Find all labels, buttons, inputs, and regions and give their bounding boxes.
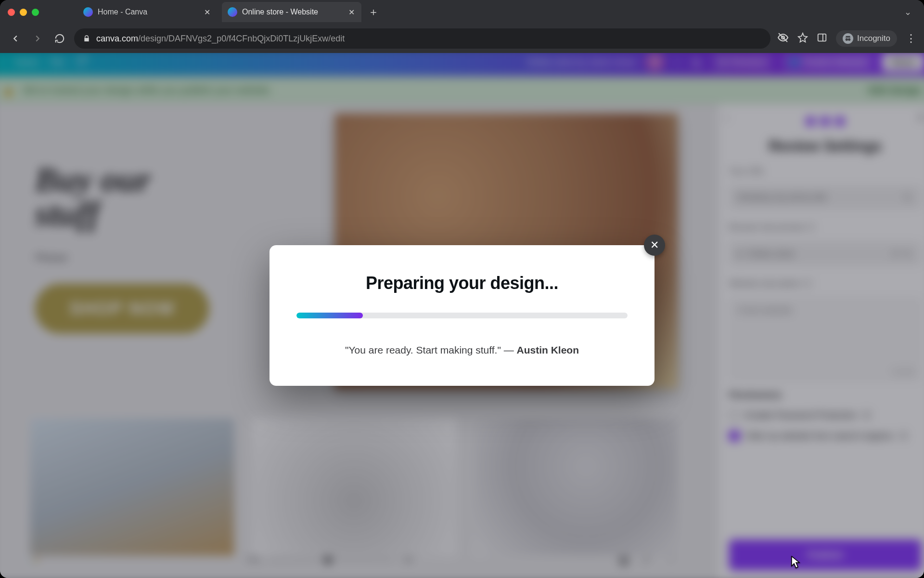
progress-fill <box>296 313 363 318</box>
star-icon[interactable] <box>797 32 808 45</box>
maximize-window-button[interactable] <box>32 9 39 16</box>
incognito-icon <box>843 33 853 44</box>
tabs-dropdown-icon[interactable]: ⌄ <box>904 7 911 17</box>
lock-icon <box>83 35 90 42</box>
browser-menu-button[interactable]: ⋮ <box>906 32 916 45</box>
browser-chrome: Home - Canva ✕ Online store - Website ✕ … <box>0 0 924 53</box>
modal-close-button[interactable]: ✕ <box>644 235 665 256</box>
reload-button[interactable] <box>52 31 67 46</box>
tab-online-store[interactable]: Online store - Website ✕ <box>222 2 361 22</box>
forward-button[interactable] <box>30 31 45 46</box>
preparing-design-modal: ✕ Preparing your design... "You are read… <box>270 245 654 386</box>
incognito-label: Incognito <box>857 34 890 43</box>
back-button[interactable] <box>8 31 23 46</box>
progress-bar <box>296 313 628 318</box>
tab-title: Online store - Website <box>242 8 342 16</box>
eye-off-icon[interactable] <box>777 32 789 45</box>
svg-rect-1 <box>818 34 826 41</box>
canva-favicon-icon <box>228 7 237 17</box>
minimize-window-button[interactable] <box>20 9 27 16</box>
page-viewport: ‹ Home File Online store by Janet Jones … <box>0 53 924 578</box>
tab-close-button[interactable]: ✕ <box>203 8 211 16</box>
incognito-badge[interactable]: Incognito <box>836 30 897 47</box>
svg-point-2 <box>846 38 848 40</box>
new-tab-button[interactable]: ＋ <box>366 5 381 19</box>
modal-title: Preparing your design... <box>296 273 628 293</box>
modal-overlay: ✕ Preparing your design... "You are read… <box>0 53 924 578</box>
tab-close-button[interactable]: ✕ <box>347 8 356 16</box>
svg-point-3 <box>848 38 850 40</box>
panel-icon[interactable] <box>817 32 827 45</box>
url-text: canva.com/design/DAFNVgs2_p0/f4CFnbQjxDi… <box>96 34 345 44</box>
address-bar-row: canva.com/design/DAFNVgs2_p0/f4CFnbQjxDi… <box>0 24 924 53</box>
tab-home-canva[interactable]: Home - Canva ✕ <box>77 2 217 22</box>
window-controls <box>8 9 39 16</box>
close-window-button[interactable] <box>8 9 15 16</box>
tab-bar: Home - Canva ✕ Online store - Website ✕ … <box>0 0 924 24</box>
modal-quote: "You are ready. Start making stuff." — A… <box>296 344 628 356</box>
canva-favicon-icon <box>83 7 93 17</box>
address-bar[interactable]: canva.com/design/DAFNVgs2_p0/f4CFnbQjxDi… <box>74 28 770 49</box>
tab-title: Home - Canva <box>98 8 198 16</box>
